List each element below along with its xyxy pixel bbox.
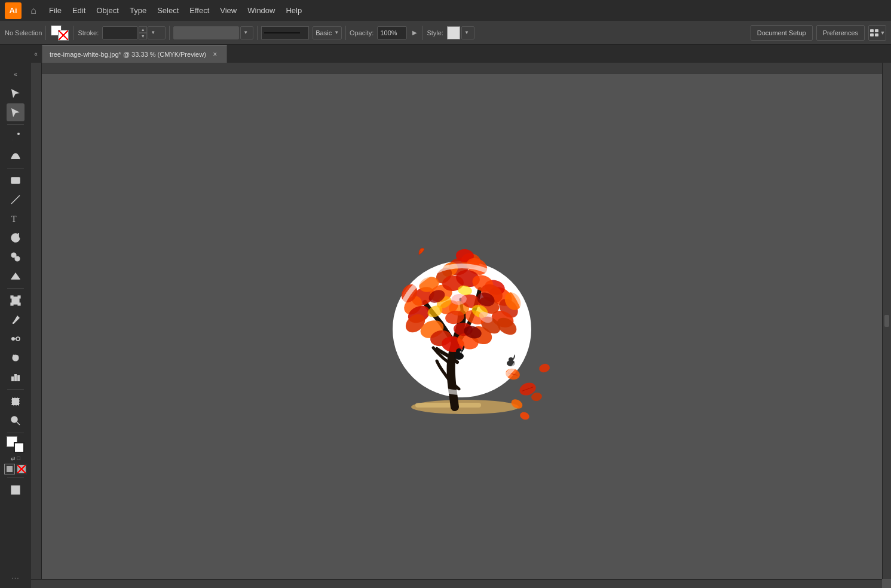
- rectangle-tool[interactable]: [7, 172, 25, 189]
- brush-arrow: ▼: [243, 30, 248, 35]
- svg-line-29: [17, 422, 20, 425]
- free-transform-tool[interactable]: [7, 292, 25, 310]
- stroke-x-icon: [17, 465, 26, 473]
- svg-point-9: [15, 256, 20, 261]
- brush-input[interactable]: [173, 26, 239, 39]
- stroke-mode-btn[interactable]: [16, 464, 27, 474]
- menu-effect[interactable]: Effect: [185, 4, 214, 17]
- stroke-stepper[interactable]: ▲ ▼: [139, 26, 147, 39]
- direct-selection-tool[interactable]: [7, 103, 25, 121]
- tool-sep-6: [7, 477, 24, 478]
- scrollbar-thumb-right[interactable]: [884, 315, 889, 327]
- stroke-label: Stroke:: [78, 29, 99, 36]
- menu-object[interactable]: Object: [91, 4, 124, 17]
- text-tool[interactable]: T: [7, 210, 25, 228]
- svg-point-23: [16, 359, 17, 360]
- selection-tool[interactable]: [7, 84, 25, 102]
- stroke-unit-dropdown[interactable]: ▼: [148, 26, 166, 39]
- svg-rect-3: [875, 33, 878, 36]
- tool-sep-5: [7, 433, 24, 433]
- main-area: « T: [0, 63, 891, 588]
- arrange-dropdown-arrow: ▼: [880, 30, 886, 36]
- curvature-tool[interactable]: [7, 147, 25, 165]
- blend-tool[interactable]: [7, 330, 25, 348]
- stroke-up[interactable]: ▲: [139, 26, 147, 33]
- style-arrow: ▼: [464, 30, 469, 35]
- scrollbar-bottom[interactable]: [31, 579, 882, 588]
- arrange-button[interactable]: ▼: [868, 25, 886, 41]
- document-tab[interactable]: tree-image-white-bg.jpg* @ 33.33 % (CMYK…: [42, 45, 227, 63]
- menu-edit[interactable]: Edit: [68, 4, 90, 17]
- ruler-left: [31, 63, 42, 588]
- menu-view[interactable]: View: [215, 4, 241, 17]
- color-fill-stroke[interactable]: [7, 436, 25, 453]
- rotate-tool[interactable]: [7, 229, 25, 247]
- svg-rect-33: [415, 403, 481, 408]
- svg-rect-15: [18, 303, 20, 305]
- tool-sep-2: [7, 168, 24, 169]
- scrollbar-right[interactable]: [882, 63, 891, 579]
- style-swatch[interactable]: [447, 26, 460, 39]
- toolbar-collapse[interactable]: «: [7, 65, 25, 83]
- tab-expand[interactable]: «: [30, 45, 42, 63]
- divider-3: [169, 26, 170, 40]
- options-bar: No Selection Stroke: ▲ ▼ ▼ ▼ Basic ▼ Op: [0, 21, 891, 45]
- svg-point-20: [13, 355, 14, 356]
- style-label: Style:: [427, 29, 443, 36]
- stroke-swatch-crossed[interactable]: [58, 30, 69, 41]
- svg-point-88: [519, 411, 530, 421]
- arrange-icon: [869, 28, 879, 38]
- more-tools-button[interactable]: ···: [11, 574, 19, 586]
- svg-rect-5: [11, 177, 20, 183]
- perspective-tool[interactable]: [7, 267, 25, 285]
- stroke-color-box[interactable]: [14, 442, 25, 453]
- menu-file[interactable]: File: [44, 4, 66, 17]
- preferences-button[interactable]: Preferences: [816, 25, 865, 41]
- opacity-expand[interactable]: ▶: [411, 26, 419, 39]
- svg-rect-2: [870, 33, 874, 36]
- color-swap-row: ⇄ □: [11, 455, 20, 461]
- svg-point-16: [11, 337, 15, 341]
- menu-select[interactable]: Select: [152, 4, 183, 17]
- document-setup-button[interactable]: Document Setup: [751, 25, 813, 41]
- svg-point-21: [17, 356, 18, 357]
- tab-close-button[interactable]: ×: [211, 50, 219, 59]
- svg-rect-12: [11, 296, 13, 298]
- pen-tool[interactable]: [7, 128, 25, 146]
- home-button[interactable]: ⌂: [26, 4, 41, 18]
- fill-mode-btn[interactable]: [4, 464, 15, 474]
- screen-mode-button[interactable]: [7, 481, 25, 499]
- canvas-area[interactable]: [31, 63, 891, 588]
- svg-text:T: T: [11, 215, 17, 223]
- tab-title: tree-image-white-bg.jpg* @ 33.33 % (CMYK…: [50, 51, 206, 58]
- stroke-preview: [261, 26, 309, 39]
- artboard-tool[interactable]: [7, 393, 25, 411]
- symbol-sprayer-tool[interactable]: [7, 349, 25, 367]
- none-icon[interactable]: □: [17, 455, 20, 461]
- menu-help[interactable]: Help: [281, 4, 307, 17]
- svg-point-91: [509, 357, 513, 362]
- divider-1: [45, 26, 46, 40]
- blend-mode-arrow: ▼: [334, 30, 339, 35]
- zoom-tool[interactable]: [7, 412, 25, 430]
- svg-point-4: [17, 133, 20, 135]
- fill-stroke-indicator[interactable]: [50, 24, 70, 42]
- line-tool[interactable]: [7, 191, 25, 209]
- tool-sep-4: [7, 389, 24, 390]
- opacity-input[interactable]: [377, 26, 407, 39]
- stroke-value-input[interactable]: [102, 26, 138, 39]
- stroke-down[interactable]: ▼: [139, 33, 147, 39]
- swap-colors-icon[interactable]: ⇄: [11, 455, 16, 461]
- svg-point-17: [16, 337, 20, 341]
- eyedropper-tool[interactable]: [7, 311, 25, 329]
- column-graph-tool[interactable]: [7, 368, 25, 386]
- blend-mode-dropdown[interactable]: Basic ▼: [313, 26, 342, 39]
- svg-rect-24: [11, 376, 14, 381]
- menu-window[interactable]: Window: [243, 4, 280, 17]
- menu-type[interactable]: Type: [125, 4, 151, 17]
- shape-builder-tool[interactable]: [7, 248, 25, 266]
- stroke-unit-arrow: ▼: [151, 30, 155, 35]
- brush-dropdown[interactable]: ▼: [240, 26, 253, 39]
- style-dropdown[interactable]: ▼: [461, 26, 474, 39]
- svg-point-89: [538, 363, 550, 373]
